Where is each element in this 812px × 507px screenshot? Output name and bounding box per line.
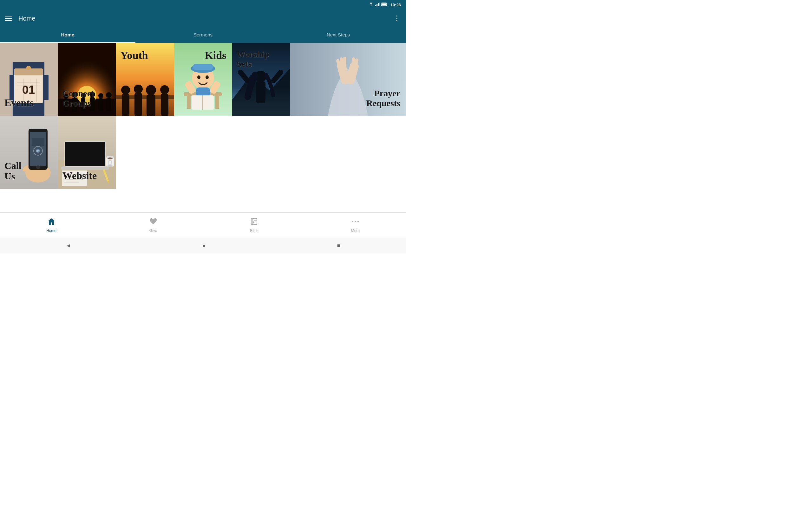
svg-rect-0 bbox=[375, 5, 376, 6]
bottom-nav: Home Give Bible M bbox=[0, 212, 406, 238]
wifi-icon bbox=[368, 3, 374, 7]
svg-text:01: 01 bbox=[22, 83, 35, 96]
call-us-label: CallUs bbox=[4, 160, 21, 181]
tab-sermons[interactable]: Sermons bbox=[136, 27, 271, 43]
svg-point-109 bbox=[357, 221, 359, 222]
svg-rect-5 bbox=[387, 4, 387, 5]
svg-point-35 bbox=[106, 92, 112, 98]
svg-point-84 bbox=[36, 165, 40, 169]
recent-apps-button[interactable]: ■ bbox=[337, 242, 340, 249]
svg-rect-53 bbox=[193, 64, 212, 70]
tab-bar: Home Sermons Next Steps bbox=[0, 27, 406, 43]
back-button[interactable]: ◄ bbox=[66, 242, 71, 249]
status-icons: 10:26 bbox=[368, 3, 401, 7]
nav-home-label: Home bbox=[46, 228, 56, 233]
grid-item-connect-groups[interactable]: ConnectGroups bbox=[58, 43, 116, 116]
more-options-button[interactable]: ⋮ bbox=[393, 14, 401, 22]
nav-more[interactable]: More bbox=[351, 218, 360, 233]
nav-bible[interactable]: Bible bbox=[250, 218, 258, 233]
grid-item-youth[interactable]: Youth bbox=[116, 43, 174, 116]
empty-grid-area bbox=[116, 116, 406, 189]
svg-rect-72 bbox=[343, 57, 346, 66]
connect-groups-label: ConnectGroups bbox=[62, 89, 94, 108]
tab-next-steps[interactable]: Next Steps bbox=[270, 27, 406, 43]
svg-rect-64 bbox=[256, 81, 265, 103]
svg-point-33 bbox=[98, 93, 103, 98]
svg-rect-50 bbox=[215, 96, 219, 109]
svg-rect-40 bbox=[122, 94, 130, 116]
svg-point-94 bbox=[107, 158, 113, 159]
hamburger-menu[interactable] bbox=[5, 16, 12, 21]
nav-give[interactable]: Give bbox=[149, 218, 157, 233]
nav-give-label: Give bbox=[149, 228, 157, 233]
svg-rect-102 bbox=[251, 218, 257, 225]
heart-icon bbox=[149, 218, 157, 227]
nav-bible-label: Bible bbox=[250, 228, 258, 233]
svg-point-93 bbox=[107, 165, 113, 167]
svg-rect-89 bbox=[61, 167, 109, 170]
svg-rect-36 bbox=[106, 98, 111, 111]
events-label: Events bbox=[4, 97, 34, 108]
svg-rect-42 bbox=[135, 93, 142, 116]
time-display: 10:26 bbox=[391, 3, 401, 7]
svg-rect-34 bbox=[99, 98, 103, 111]
status-bar: 10:26 bbox=[0, 0, 406, 9]
svg-rect-44 bbox=[147, 95, 155, 116]
svg-point-43 bbox=[146, 85, 156, 95]
nav-home[interactable]: Home bbox=[46, 218, 56, 233]
grid-item-website[interactable]: Website bbox=[58, 116, 116, 189]
svg-rect-88 bbox=[65, 142, 105, 166]
grid-item-events[interactable]: 01 Events bbox=[0, 43, 58, 116]
grid-item-kids[interactable]: Kids bbox=[174, 43, 232, 116]
svg-point-108 bbox=[355, 221, 356, 222]
app-bar: Home ⋮ bbox=[0, 9, 406, 27]
svg-point-107 bbox=[352, 221, 353, 222]
svg-rect-2 bbox=[378, 3, 379, 6]
home-icon bbox=[47, 218, 55, 227]
svg-rect-49 bbox=[187, 96, 190, 109]
svg-rect-6 bbox=[382, 3, 386, 5]
grid-item-prayer-requests[interactable]: PrayerRequests bbox=[290, 43, 406, 116]
grid-item-worship-sets[interactable]: WorshipSets bbox=[232, 43, 290, 116]
app-bar-title: Home bbox=[18, 15, 35, 22]
home-button[interactable]: ● bbox=[202, 242, 206, 249]
website-label: Website bbox=[62, 170, 97, 181]
svg-point-39 bbox=[121, 86, 130, 95]
svg-rect-1 bbox=[376, 4, 377, 6]
svg-rect-3 bbox=[379, 3, 380, 6]
youth-label: Youth bbox=[120, 49, 148, 61]
svg-rect-80 bbox=[32, 138, 44, 146]
svg-point-45 bbox=[160, 85, 169, 94]
bible-icon bbox=[250, 218, 258, 227]
svg-point-41 bbox=[134, 84, 143, 94]
kids-label: Kids bbox=[205, 49, 226, 61]
tab-home[interactable]: Home bbox=[0, 27, 136, 43]
worship-sets-label: WorshipSets bbox=[236, 49, 269, 69]
nav-more-label: More bbox=[351, 228, 360, 233]
svg-rect-46 bbox=[161, 94, 168, 116]
signal-icon bbox=[375, 3, 380, 7]
home-grid: 01 Events bbox=[0, 43, 406, 189]
prayer-requests-label: PrayerRequests bbox=[366, 89, 400, 108]
content-area: 01 Events bbox=[0, 43, 406, 230]
svg-point-54 bbox=[197, 75, 200, 79]
battery-icon bbox=[381, 3, 388, 7]
more-icon bbox=[351, 218, 359, 227]
grid-item-call-us[interactable]: CallUs bbox=[0, 116, 58, 189]
svg-point-13 bbox=[26, 66, 31, 70]
system-nav-bar: ◄ ● ■ bbox=[0, 238, 406, 253]
svg-point-55 bbox=[205, 75, 208, 79]
